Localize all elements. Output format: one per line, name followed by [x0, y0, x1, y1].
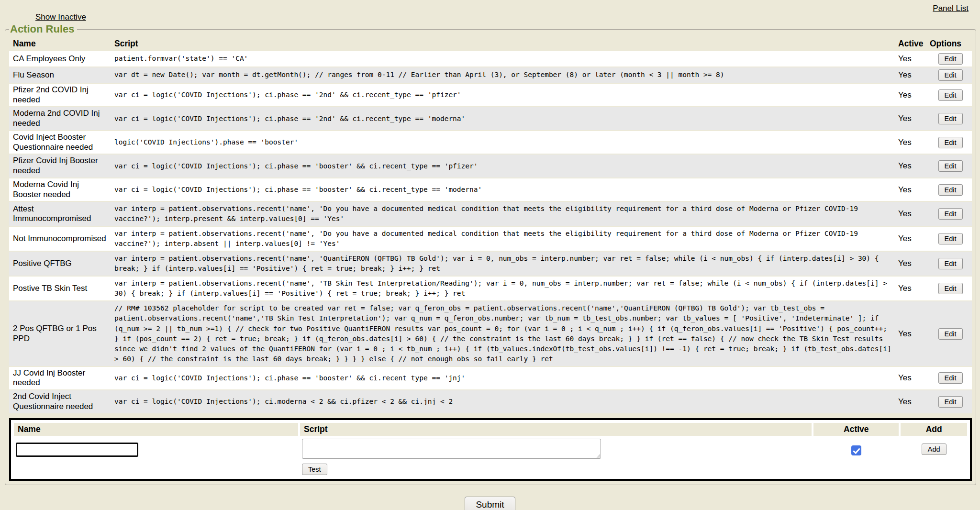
rule-active-value: Yes: [897, 155, 929, 177]
rule-script: var interp = patient.observations.recent…: [113, 202, 897, 226]
rule-script: var ci = logic('COVID Injections'); ci.p…: [113, 84, 897, 106]
rules-rows: CA Employees Only patient.formvar('state…: [9, 51, 972, 413]
add-form-header-row: Name Script Active Add: [14, 423, 967, 436]
edit-button[interactable]: Edit: [938, 283, 963, 294]
action-rules-table: Name Script Active Options CA Employees …: [9, 36, 972, 414]
edit-button[interactable]: Edit: [938, 69, 963, 81]
rule-name: Moderna Covid Inj Booster needed: [9, 178, 113, 201]
rule-name: Attest Immunocompromised: [9, 202, 113, 226]
table-row: JJ Covid Inj Booster needed var ci = log…: [9, 367, 972, 389]
add-button[interactable]: Add: [922, 443, 947, 455]
edit-button[interactable]: Edit: [938, 208, 963, 220]
rule-name: Moderna 2nd COVID Inj needed: [9, 107, 113, 130]
rule-active-value: Yes: [897, 252, 929, 276]
rule-active-value: Yes: [897, 178, 929, 201]
rule-script: var interp = patient.observations.recent…: [113, 227, 897, 251]
edit-button[interactable]: Edit: [938, 137, 963, 148]
table-row: Not Immunocompromised var interp = patie…: [9, 227, 972, 251]
rule-name: 2nd Covid Inject Questionnaire needed: [9, 390, 113, 413]
table-row: Covid Inject Booster Questionnaire neede…: [9, 131, 972, 154]
table-row: Pfizer 2nd COVID Inj needed var ci = log…: [9, 84, 972, 106]
table-row: Postive TB Skin Test var interp = patien…: [9, 277, 972, 300]
topbar: Panel List: [0, 0, 980, 12]
action-rules-panel: Action Rules Name Script Active Options …: [5, 23, 976, 485]
table-header-row: Name Script Active Options: [9, 37, 972, 50]
column-header-options: Options: [929, 37, 972, 50]
rule-name: 2 Pos QFTBG or 1 Pos PPD: [9, 301, 113, 366]
rule-active-value: Yes: [897, 390, 929, 413]
panel-list-link[interactable]: Panel List: [933, 4, 969, 13]
rule-active-value: Yes: [897, 227, 929, 251]
edit-button[interactable]: Edit: [938, 258, 963, 269]
edit-button[interactable]: Edit: [938, 372, 963, 384]
column-header-active: Active: [897, 37, 929, 50]
new-rule-name-input[interactable]: [16, 443, 138, 457]
edit-button[interactable]: Edit: [938, 184, 963, 196]
rule-active-value: Yes: [897, 367, 929, 389]
rule-active-value: Yes: [897, 84, 929, 106]
add-rule-form: Name Script Active Add Test: [9, 418, 972, 481]
table-row: Positive QFTBG var interp = patient.obse…: [9, 252, 972, 276]
rule-name: Covid Inject Booster Questionnaire neede…: [9, 131, 113, 154]
table-row: Flu Season var dt = new Date(); var mont…: [9, 67, 972, 83]
rule-script: // RM# 103562 placeholder for script to …: [113, 301, 897, 366]
new-rule-script-input[interactable]: [302, 439, 601, 459]
rule-script: var interp = patient.observations.recent…: [113, 252, 897, 276]
table-row: Moderna Covid Inj Booster needed var ci …: [9, 178, 972, 201]
show-inactive-link[interactable]: Show Inactive: [35, 12, 86, 22]
edit-button[interactable]: Edit: [938, 328, 963, 340]
rule-name: Not Immunocompromised: [9, 227, 113, 251]
rule-script: logic('COVID Injections').phase == 'boos…: [113, 131, 897, 154]
rule-script: var ci = logic('COVID Injections'); ci.p…: [113, 155, 897, 177]
add-form-input-row: Test Add: [14, 438, 967, 476]
rule-script: var ci = logic('COVID Injections'); ci.m…: [113, 390, 897, 413]
table-row: Pfizer Covid Inj Booster needed var ci =…: [9, 155, 972, 177]
active-checkbox[interactable]: [851, 445, 861, 455]
table-row: 2 Pos QFTBG or 1 Pos PPD // RM# 103562 p…: [9, 301, 972, 366]
rule-script: var ci = logic('COVID Injections'); ci.p…: [113, 107, 897, 130]
rule-name: Flu Season: [9, 67, 113, 83]
rule-active-value: Yes: [897, 277, 929, 300]
edit-button[interactable]: Edit: [938, 53, 963, 65]
rule-script: var ci = logic('COVID Injections'); ci.p…: [113, 178, 897, 201]
rule-active-value: Yes: [897, 202, 929, 226]
rule-script: patient.formvar('state') == 'CA': [113, 51, 897, 67]
table-row: Moderna 2nd COVID Inj needed var ci = lo…: [9, 107, 972, 130]
rule-active-value: Yes: [897, 67, 929, 83]
rule-active-value: Yes: [897, 131, 929, 154]
submit-row: Submit: [0, 497, 980, 510]
add-form-header-script: Script: [300, 423, 812, 436]
rule-script: var interp = patient.observations.recent…: [113, 277, 897, 300]
table-row: Attest Immunocompromised var interp = pa…: [9, 202, 972, 226]
test-button[interactable]: Test: [302, 464, 327, 475]
rule-active-value: Yes: [897, 51, 929, 67]
column-header-script: Script: [113, 37, 897, 50]
edit-button[interactable]: Edit: [938, 396, 963, 408]
edit-button[interactable]: Edit: [938, 113, 963, 124]
edit-button[interactable]: Edit: [938, 233, 963, 244]
show-inactive-row: Show Inactive: [0, 12, 980, 23]
add-form-header-add: Add: [901, 423, 967, 436]
table-row: 2nd Covid Inject Questionnaire needed va…: [9, 390, 972, 413]
rule-name: Postive TB Skin Test: [9, 277, 113, 300]
rule-name: JJ Covid Inj Booster needed: [9, 367, 113, 389]
column-header-name: Name: [9, 37, 113, 50]
edit-button[interactable]: Edit: [938, 160, 963, 172]
add-form-header-name: Name: [14, 423, 298, 436]
edit-button[interactable]: Edit: [938, 89, 963, 101]
rule-name: CA Employees Only: [9, 51, 113, 67]
submit-button[interactable]: Submit: [465, 497, 515, 510]
table-row: CA Employees Only patient.formvar('state…: [9, 51, 972, 67]
rule-script: var ci = logic('COVID Injections'); ci.p…: [113, 367, 897, 389]
rule-name: Pfizer 2nd COVID Inj needed: [9, 84, 113, 106]
rule-script: var dt = new Date(); var month = dt.getM…: [113, 67, 897, 83]
rule-name: Positive QFTBG: [9, 252, 113, 276]
add-form-header-active: Active: [813, 423, 899, 436]
action-rules-legend: Action Rules: [9, 23, 77, 35]
rule-active-value: Yes: [897, 301, 929, 366]
rule-name: Pfizer Covid Inj Booster needed: [9, 155, 113, 177]
rule-active-value: Yes: [897, 107, 929, 130]
